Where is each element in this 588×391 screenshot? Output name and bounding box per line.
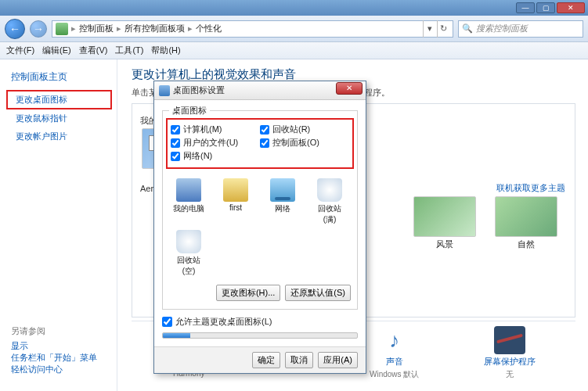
theme-label: 风景 <box>436 239 453 250</box>
sidebar-item-desktop-icons[interactable]: 更改桌面图标 <box>6 90 112 109</box>
see-also-taskbar[interactable]: 任务栏和「开始」菜单 <box>11 352 106 364</box>
sounds-button[interactable]: ♪ 声音 Windows 默认 <box>370 326 419 380</box>
address-dropdown[interactable]: ▾ <box>423 20 435 38</box>
window-titlebar: — ▢ ✕ <box>0 0 588 16</box>
back-button[interactable]: ← <box>5 19 25 39</box>
theme-label: 自然 <box>518 239 535 250</box>
computer-icon <box>176 178 201 202</box>
dialog-title-text: 桌面图标设置 <box>173 84 225 96</box>
navigation-bar: ← → ▸ 控制面板 ▸ 所有控制面板项 ▸ 个性化 ▾ ↻ 🔍 搜索控制面板 <box>0 16 588 42</box>
menu-tools[interactable]: 工具(T) <box>115 45 143 56</box>
search-icon: 🔍 <box>462 23 473 34</box>
menu-view[interactable]: 查看(V) <box>79 45 108 56</box>
forward-button[interactable]: → <box>30 20 47 38</box>
recycle-empty-icon <box>176 230 201 253</box>
highlighted-checkbox-area: 计算机(M) 回收站(R) 用户的文件(U) 控制面板(O) 网络(N) <box>166 118 354 169</box>
see-also-ease[interactable]: 轻松访问中心 <box>11 364 106 375</box>
change-icon-button[interactable]: 更改图标(H)... <box>216 285 280 301</box>
theme-nature[interactable]: 自然 <box>493 196 559 250</box>
checkbox-control-panel[interactable]: 控制面板(O) <box>260 136 349 149</box>
breadcrumb-sep: ▸ <box>186 23 194 34</box>
checkbox-network[interactable]: 网络(N) <box>171 149 260 163</box>
sidebar-see-also: 另请参阅 显示 任务栏和「开始」菜单 轻松访问中心 <box>0 325 117 391</box>
allow-label: 允许主题更改桌面图标(L) <box>175 316 272 328</box>
search-placeholder: 搜索控制面板 <box>476 23 528 34</box>
checkbox-recycle-bin[interactable]: 回收站(R) <box>260 123 349 136</box>
menu-edit[interactable]: 编辑(E) <box>42 45 71 56</box>
icon-item-first[interactable]: first <box>218 178 254 225</box>
folder-icon <box>223 178 248 202</box>
screensaver-icon <box>494 326 525 354</box>
theme-landscape[interactable]: 风景 <box>412 196 478 250</box>
address-refresh[interactable]: ↻ <box>437 20 449 38</box>
see-also-heading: 另请参阅 <box>11 325 106 337</box>
more-themes-link[interactable]: 联机获取更多主题 <box>496 182 565 194</box>
icon-item-network[interactable]: 网络 <box>265 178 301 225</box>
window-close-button[interactable]: ✕ <box>557 2 585 13</box>
screensaver-button[interactable]: 屏幕保护程序 无 <box>484 326 536 380</box>
menu-help[interactable]: 帮助(H) <box>151 45 180 56</box>
sidebar: 控制面板主页 更改桌面图标 更改鼠标指针 更改帐户图片 另请参阅 显示 任务栏和… <box>0 59 117 391</box>
breadcrumb-sep: ▸ <box>115 23 123 34</box>
control-panel-icon <box>56 23 68 35</box>
breadcrumb-seg-2[interactable]: 所有控制面板项 <box>124 23 185 34</box>
dialog-close-button[interactable]: ✕ <box>336 82 363 95</box>
network-icon <box>270 178 295 202</box>
window-minimize-button[interactable]: — <box>516 2 535 13</box>
breadcrumb-seg-3[interactable]: 个性化 <box>196 23 222 34</box>
menu-bar: 文件(F) 编辑(E) 查看(V) 工具(T) 帮助(H) <box>0 42 588 59</box>
bottom-label: 声音 <box>386 356 403 368</box>
icon-item-recycle-empty[interactable]: 回收站(空) <box>171 230 207 277</box>
search-box[interactable]: 🔍 搜索控制面板 <box>458 20 583 38</box>
dialog-titlebar[interactable]: 桌面图标设置 ✕ <box>154 81 366 100</box>
restore-defaults-button[interactable]: 还原默认值(S) <box>285 285 351 301</box>
desktop-icon-settings-dialog: 桌面图标设置 ✕ 桌面图标 计算机(M) 回收站(R) 用户的文件(U) 控制面… <box>153 81 366 374</box>
checkbox-user-files[interactable]: 用户的文件(U) <box>171 136 260 149</box>
sidebar-item-account-picture[interactable]: 更改帐户图片 <box>0 127 117 145</box>
icon-item-recycle-full[interactable]: 回收站(满) <box>312 178 348 225</box>
apply-button[interactable]: 应用(A) <box>318 352 358 368</box>
allow-themes-checkbox[interactable]: 允许主题更改桌面图标(L) <box>162 316 358 328</box>
group-legend: 桌面图标 <box>169 105 210 117</box>
recycle-full-icon <box>317 178 342 202</box>
icon-buttons-row: 更改图标(H)... 还原默认值(S) <box>169 285 351 301</box>
dialog-progress <box>162 332 358 339</box>
dialog-body: 桌面图标 计算机(M) 回收站(R) 用户的文件(U) 控制面板(O) 网络(N… <box>154 100 366 346</box>
icon-item-computer[interactable]: 我的电脑 <box>171 178 207 225</box>
breadcrumb-sep: ▸ <box>70 23 78 34</box>
sidebar-item-mouse-pointers[interactable]: 更改鼠标指针 <box>0 109 117 127</box>
dialog-footer: 确定 取消 应用(A) <box>154 346 366 373</box>
menu-file[interactable]: 文件(F) <box>6 45 34 56</box>
sidebar-heading[interactable]: 控制面板主页 <box>0 67 117 90</box>
bottom-sub: 无 <box>506 369 514 380</box>
sound-icon: ♪ <box>379 326 410 354</box>
breadcrumb-seg-1[interactable]: 控制面板 <box>79 23 114 34</box>
cancel-button[interactable]: 取消 <box>285 352 313 368</box>
ok-button[interactable]: 确定 <box>252 352 280 368</box>
bottom-label: 屏幕保护程序 <box>484 356 536 368</box>
icon-preview-grid: 我的电脑 first 网络 回收站(满) 回收站(空) <box>169 172 351 280</box>
window-maximize-button[interactable]: ▢ <box>536 2 555 13</box>
dialog-icon <box>159 85 170 96</box>
checkbox-computer[interactable]: 计算机(M) <box>171 123 260 136</box>
see-also-display[interactable]: 显示 <box>11 340 106 352</box>
address-breadcrumb[interactable]: ▸ 控制面板 ▸ 所有控制面板项 ▸ 个性化 ▾ ↻ <box>52 20 453 38</box>
desktop-icons-group: 桌面图标 计算机(M) 回收站(R) 用户的文件(U) 控制面板(O) 网络(N… <box>162 105 358 310</box>
bottom-sub: Windows 默认 <box>370 369 419 380</box>
